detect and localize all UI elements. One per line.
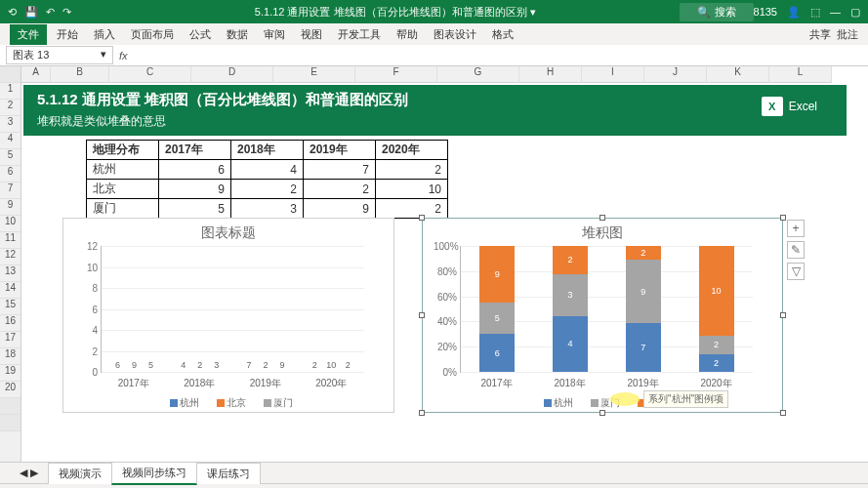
tab-file[interactable]: 文件 bbox=[10, 24, 47, 45]
tab-公式[interactable]: 公式 bbox=[182, 24, 219, 45]
tab-页面布局[interactable]: 页面布局 bbox=[123, 24, 182, 45]
user-avatar[interactable]: 👤 bbox=[787, 6, 801, 19]
chart-clustered[interactable]: 图表标题 0246810126954237292102 2017年2018年20… bbox=[62, 218, 394, 413]
column-headers[interactable]: ABCDEFGHIJKL bbox=[21, 66, 868, 83]
tab-开发工具[interactable]: 开发工具 bbox=[330, 24, 389, 45]
row-headers[interactable]: 123456791011121314151617181920 bbox=[0, 66, 21, 462]
worksheet-canvas[interactable]: 5.1.12 通用设置 堆积图（百分比堆线图）和普通图的区别 堆积就是类似堆叠的… bbox=[21, 83, 868, 462]
data-table[interactable]: 地理分布2017年2018年2019年2020年杭州6472北京92210厦门5… bbox=[86, 140, 448, 219]
redo-icon[interactable]: ↷ bbox=[62, 6, 71, 19]
chart-stacked[interactable]: 堆积图 0%20%40%60%80%100%6594327922210 2017… bbox=[422, 218, 783, 413]
name-box[interactable]: 图表 13▾ bbox=[6, 46, 113, 64]
cursor-highlight bbox=[610, 392, 640, 406]
tab-视图[interactable]: 视图 bbox=[293, 24, 330, 45]
chart1-title: 图表标题 bbox=[63, 219, 393, 244]
chart-side-tools: +✎▽ bbox=[787, 220, 805, 280]
sheet-tab[interactable]: 视频同步练习 bbox=[111, 462, 197, 485]
ribbon-tabs: 文件 开始插入页面布局公式数据审阅视图开发工具帮助图表设计格式 共享 批注 bbox=[0, 23, 868, 45]
banner-title: 5.1.12 通用设置 堆积图（百分比堆线图）和普通图的区别 bbox=[37, 91, 833, 109]
chevron-down-icon[interactable]: ▾ bbox=[101, 48, 106, 62]
document-title[interactable]: 5.1.12 通用设置 堆线图（百分比堆线图）和普通图的区别 ▾ bbox=[110, 5, 680, 20]
title-banner: 5.1.12 通用设置 堆积图（百分比堆线图）和普通图的区别 堆积就是类似堆叠的… bbox=[23, 85, 847, 136]
sheet-tab[interactable]: 视频演示 bbox=[48, 463, 112, 484]
tab-开始[interactable]: 开始 bbox=[49, 24, 86, 45]
autosave-icon[interactable]: ⟲ bbox=[8, 6, 17, 19]
chart-elements-button[interactable]: + bbox=[787, 220, 805, 237]
chart-styles-button[interactable]: ✎ bbox=[787, 241, 805, 259]
save-icon[interactable]: 💾 bbox=[24, 6, 38, 19]
search-icon: 🔍 bbox=[697, 6, 711, 18]
user-label[interactable]: 8135 bbox=[754, 6, 777, 18]
sheet-tabs[interactable]: ◀ ▶视频演示视频同步练习课后练习 bbox=[0, 462, 868, 483]
banner-subtitle: 堆积就是类似堆叠的意思 bbox=[37, 113, 833, 130]
titlebar: ⟲ 💾 ↶ ↷ 5.1.12 通用设置 堆线图（百分比堆线图）和普通图的区别 ▾… bbox=[0, 0, 868, 23]
sheet-tab[interactable]: 课后练习 bbox=[196, 463, 261, 484]
tab-帮助[interactable]: 帮助 bbox=[389, 24, 426, 45]
minimize-icon[interactable]: — bbox=[830, 6, 841, 18]
search-input[interactable]: 🔍 搜索 bbox=[680, 3, 753, 21]
comments-button[interactable]: 批注 bbox=[837, 27, 858, 42]
tab-图表设计[interactable]: 图表设计 bbox=[426, 24, 484, 45]
legend-item[interactable]: 杭州 bbox=[538, 397, 573, 408]
tab-插入[interactable]: 插入 bbox=[86, 24, 123, 45]
fx-icon[interactable]: fx bbox=[119, 50, 128, 61]
tab-格式[interactable]: 格式 bbox=[484, 24, 521, 45]
ribbon-mode-icon[interactable]: ⬚ bbox=[810, 6, 820, 19]
tab-数据[interactable]: 数据 bbox=[219, 24, 256, 45]
chart2-title: 堆积图 bbox=[423, 219, 782, 244]
window-icon[interactable]: ▢ bbox=[850, 6, 860, 19]
legend-tooltip: 系列"杭州"图例项 bbox=[643, 390, 728, 408]
formula-bar: 图表 13▾ fx bbox=[0, 45, 868, 66]
chart-filter-button[interactable]: ▽ bbox=[787, 263, 805, 280]
undo-icon[interactable]: ↶ bbox=[46, 6, 55, 19]
excel-icon: X bbox=[762, 97, 783, 116]
tab-nav-prev[interactable]: ◀ ▶ bbox=[20, 467, 38, 479]
share-button[interactable]: 共享 bbox=[809, 27, 831, 42]
tab-审阅[interactable]: 审阅 bbox=[256, 24, 293, 45]
